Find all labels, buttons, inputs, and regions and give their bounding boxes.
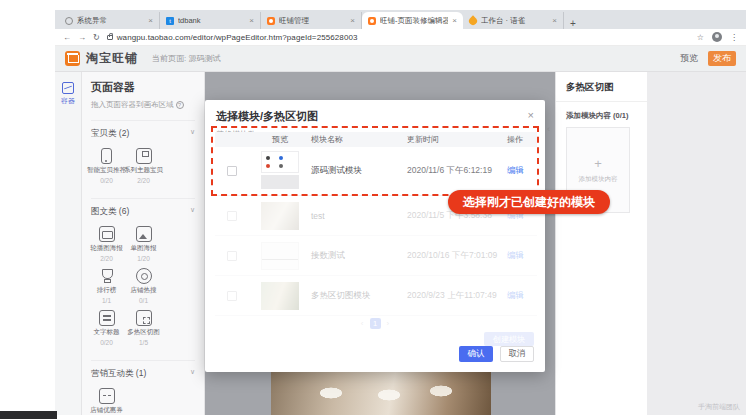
app-logo-text: 淘宝旺铺 (86, 50, 138, 67)
tab-close-icon[interactable]: × (552, 16, 557, 25)
series-icon (136, 148, 152, 164)
image-icon (136, 226, 152, 242)
row-checkbox[interactable] (227, 291, 237, 301)
module-sidebar: 页面容器 拖入页面容器到画布区域? 宝贝类 (2)∨ 智能宝贝推荐 0/20 (82, 72, 205, 415)
section-header-marketing[interactable]: 营销互动类 (1)∨ (91, 360, 195, 380)
hotzone-icon (136, 310, 152, 326)
annotation-dashed-highlight (211, 126, 539, 196)
module-item-single-banner[interactable]: 单图海报 1/20 (128, 226, 159, 262)
wangpu-icon (267, 17, 275, 25)
row-checkbox[interactable] (227, 251, 237, 261)
wangpu-icon (368, 17, 376, 25)
footer-credit: 手淘前端团队 (698, 402, 740, 412)
carousel-icon (99, 226, 115, 242)
cancel-button[interactable]: 取消 (500, 346, 534, 362)
shoes-banner-image (271, 365, 491, 415)
module-item-text-title[interactable]: 文字标题 0/20 (91, 310, 122, 346)
section-header-baobei[interactable]: 宝贝类 (2)∨ (91, 120, 195, 140)
forward-icon[interactable]: → (78, 33, 86, 42)
tab-tdbank[interactable]: t tdbank × (160, 12, 261, 29)
tab-close-icon[interactable]: × (350, 16, 355, 25)
table-row[interactable]: 接数测试 2020/10/16 下午7:01:09 编辑 (215, 236, 537, 276)
phone-icon (101, 148, 112, 164)
left-rail: 容器 (55, 72, 82, 415)
module-item-smart-recommend[interactable]: 智能宝贝推荐 0/20 (91, 148, 122, 184)
module-item-coupon[interactable]: 店铺优惠券 0/1 (91, 388, 122, 415)
tab-close-icon[interactable]: × (148, 16, 153, 25)
new-tab-button[interactable]: + (570, 18, 576, 29)
chevron-down-icon: ∨ (190, 368, 195, 380)
tab-wangpu-manage[interactable]: 旺铺管理 × (261, 12, 362, 29)
tab-title: 旺铺-页面装修编辑器 (380, 16, 448, 26)
edit-link[interactable]: 编辑 (507, 250, 537, 262)
page-prev-icon[interactable]: ‹ (361, 319, 364, 328)
tab-close-icon[interactable]: × (452, 16, 457, 25)
tab-page-editor-active[interactable]: 旺铺-页面装修编辑器 × (362, 12, 463, 29)
page-number[interactable]: 1 (370, 318, 381, 329)
section-header-tuwen[interactable]: 图文类 (6)∨ (91, 198, 195, 218)
page-next-icon[interactable]: › (387, 319, 390, 328)
create-module-button[interactable]: 创建模块 (484, 332, 534, 346)
module-item-series-items[interactable]: 系列主题宝贝 2/20 (128, 148, 159, 184)
back-icon[interactable]: ← (63, 33, 71, 42)
url-text[interactable]: wangpu.taobao.com/editor/wpPageEditor.ht… (117, 33, 358, 42)
module-item-carousel-banner[interactable]: 轮播图海报 2/20 (91, 226, 122, 262)
tab-system-error[interactable]: 系统异常 × (59, 12, 160, 29)
module-thumbnail (261, 202, 299, 230)
module-item-hot-search[interactable]: 店铺热搜 0/1 (128, 268, 159, 304)
sidebar-subtitle: 拖入页面容器到画布区域? (91, 100, 195, 110)
sidebar-title: 页面容器 (91, 80, 195, 95)
pagination: ‹ 1 › (205, 318, 545, 329)
chevron-down-icon: ∨ (190, 128, 195, 140)
dock-bar (0, 411, 57, 419)
ticket-icon (99, 388, 115, 404)
globe-icon (65, 17, 73, 25)
edit-link[interactable]: 编辑 (507, 290, 537, 302)
publish-button[interactable]: 发布 (708, 51, 736, 66)
app-page: 淘宝旺铺 当前页面: 源码测试 预览 发布 容器 页面容器 拖入页面容器到画布区… (55, 46, 746, 415)
lock-icon (107, 35, 113, 40)
tab-strip: 系统异常 × t tdbank × 旺铺管理 × 旺铺-页面装修编辑器 × 工作… (55, 10, 746, 29)
panel-title: 多热区切图 (556, 72, 647, 102)
reload-icon[interactable]: ↻ (93, 33, 100, 42)
browser-window: 系统异常 × t tdbank × 旺铺管理 × 旺铺-页面装修编辑器 × 工作… (55, 10, 746, 415)
trophy-icon (99, 268, 115, 284)
module-item-hotzone[interactable]: 多热区切图 1/5 (128, 310, 159, 346)
rail-item-label: 容器 (61, 96, 75, 106)
collapse-panel-icon[interactable]: ‹ (547, 124, 550, 134)
confirm-button[interactable]: 确认 (459, 346, 493, 362)
container-cube-icon (62, 82, 74, 94)
browser-menu-icon[interactable]: ⋮ (730, 33, 738, 42)
module-item-ranking[interactable]: 排行榜 1/1 (91, 268, 122, 304)
module-name: 接数测试 (311, 250, 407, 262)
chevron-down-icon: ∨ (190, 206, 195, 218)
close-icon[interactable]: × (528, 109, 534, 121)
rail-item-container[interactable]: 容器 (55, 82, 81, 106)
table-row[interactable]: 多热区切图模块 2020/9/23 上午11:07:49 编辑 (215, 276, 537, 316)
app-header: 淘宝旺铺 当前页面: 源码测试 预览 发布 (55, 46, 746, 72)
taobao-wangpu-logo-icon (65, 51, 80, 66)
add-content-label: 添加模块内容 (0/1) (556, 102, 647, 127)
module-thumbnail (261, 282, 299, 310)
hotzone-settings-panel: ‹ 多热区切图 添加模块内容 (0/1) + 添加模块内容 (555, 72, 647, 415)
module-time: 2020/9/23 上午11:07:49 (407, 290, 507, 302)
row-checkbox[interactable] (227, 211, 237, 221)
bookmark-star-icon[interactable]: ☆ (697, 33, 704, 42)
dialog-title: 选择模块/多热区切图 (216, 109, 318, 124)
screen: 系统异常 × t tdbank × 旺铺管理 × 旺铺-页面装修编辑器 × 工作… (0, 0, 746, 420)
tab-yuque[interactable]: 工作台 · 语雀 × (463, 12, 564, 29)
tab-close-icon[interactable]: × (249, 16, 254, 25)
plus-icon: + (594, 156, 602, 171)
current-page-label: 当前页面: 源码测试 (152, 53, 220, 64)
tab-title: 系统异常 (77, 16, 144, 26)
tab-title: 旺铺管理 (279, 16, 346, 26)
yuque-icon (467, 15, 478, 26)
annotation-callout: 选择刚才已创建好的模块 (448, 190, 610, 214)
tab-title: tdbank (178, 16, 245, 25)
help-icon[interactable]: ? (176, 101, 184, 109)
magnifier-icon (136, 268, 152, 284)
profile-avatar[interactable] (712, 32, 722, 42)
tdbank-icon: t (166, 17, 174, 25)
address-bar: ← → ↻ wangpu.taobao.com/editor/wpPageEdi… (55, 29, 746, 46)
preview-button[interactable]: 预览 (680, 52, 698, 65)
